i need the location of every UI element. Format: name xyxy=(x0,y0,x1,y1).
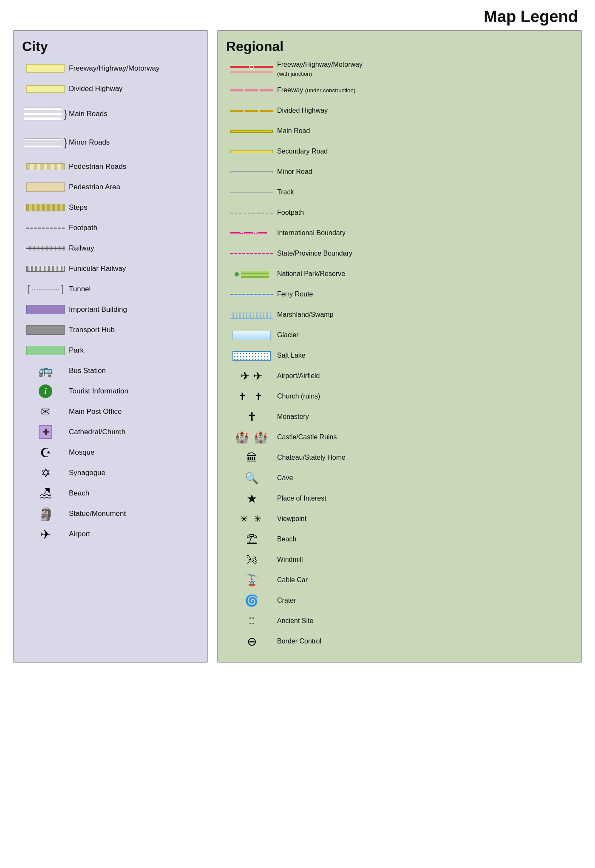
list-item: Track xyxy=(226,185,573,201)
symbol-airport-city: ✈ xyxy=(22,527,69,542)
label-synagogue: Synagogue xyxy=(69,469,105,477)
regional-heading: Regional xyxy=(226,39,573,54)
list-item: ⊖ Border Control xyxy=(226,634,573,650)
label-mosque: Mosque xyxy=(69,448,94,457)
label-airport-city: Airport xyxy=(69,530,90,538)
list-item: Pedestrian Area xyxy=(22,179,199,195)
symbol-beach-city: 🏖 xyxy=(22,486,69,501)
label-reg-main-road: Main Road xyxy=(277,127,310,136)
symbol-reg-freeway xyxy=(226,65,277,74)
list-item: Freeway/Highway/Motorway xyxy=(22,60,199,77)
symbol-reg-chateau: 🏛 xyxy=(226,451,277,464)
label-steps: Steps xyxy=(69,203,87,212)
mosque-icon: ☪ xyxy=(40,445,51,460)
symbol-reg-ancient: ⁚⁚ xyxy=(226,616,277,627)
list-item: Divided Highway xyxy=(22,81,199,97)
symbol-reg-secondary-road xyxy=(226,150,277,153)
label-reg-windmill: Windmill xyxy=(277,555,303,564)
label-reg-footpath: Footpath xyxy=(277,208,304,217)
list-item: 🚌 Bus Station xyxy=(22,363,199,379)
symbol-reg-minor-road xyxy=(226,171,277,173)
symbol-reg-castle: 🏰 🏰 xyxy=(226,431,277,444)
list-item: Secondary Road xyxy=(226,144,573,160)
reg-beach-icon: ⛱ xyxy=(246,533,257,546)
list-item: ★ Place of Interest xyxy=(226,491,573,507)
list-item: ✉ Main Post Office xyxy=(22,404,199,420)
label-railway: Railway xyxy=(69,244,94,253)
label-tunnel: Tunnel xyxy=(69,285,91,293)
label-park: Park xyxy=(69,346,84,355)
reg-airport-icon: ✈ ✈ xyxy=(241,370,262,383)
synagogue-icon: ✡ xyxy=(41,466,51,480)
list-item: [ ] Tunnel xyxy=(22,281,199,297)
symbol-tunnel: [ ] xyxy=(22,285,69,293)
reg-ancient-icon: ⁚⁚ xyxy=(249,616,255,627)
list-item: 🏰 🏰 Castle/Castle Ruins xyxy=(226,430,573,446)
label-reg-airport: Airport/Airfield xyxy=(277,372,320,381)
label-reg-natpark: National Park/Reserve xyxy=(277,270,345,279)
symbol-reg-monastery: ✝ xyxy=(226,410,277,424)
label-main-roads: Main Roads xyxy=(69,110,108,118)
label-reg-marshland: Marshland/Swamp xyxy=(277,310,334,319)
list-item: 🗿 Statue/Monument xyxy=(22,506,199,522)
label-reg-saltlake: Salt Lake xyxy=(277,351,306,360)
label-reg-freeway-uc: Freeway (under construction) xyxy=(277,86,355,95)
label-church: Cathedral/Church xyxy=(69,428,125,436)
list-item: National Park/Reserve xyxy=(226,266,573,282)
label-reg-minor-road: Minor Road xyxy=(277,168,312,176)
city-heading: City xyxy=(22,39,199,54)
list-item: } Main Roads xyxy=(22,101,199,127)
label-reg-glacier: Glacier xyxy=(277,331,299,340)
list-item: 🌀 Crater xyxy=(226,593,573,609)
list-item: International Boundary xyxy=(226,225,573,242)
symbol-reg-windmill: 🌬 xyxy=(226,553,277,566)
symbol-synagogue: ✡ xyxy=(22,466,69,480)
symbol-railway xyxy=(22,245,69,251)
label-reg-viewpoint: Viewpoint xyxy=(277,515,306,524)
label-reg-monastery: Monastery xyxy=(277,413,309,421)
list-item: Important Building xyxy=(22,302,199,318)
symbol-tourist-info: i xyxy=(22,384,69,398)
symbol-main-roads: } xyxy=(22,108,69,121)
symbol-reg-viewpoint: ✳ ✳ xyxy=(226,514,277,525)
symbol-mosque: ☪ xyxy=(22,445,69,460)
symbol-reg-poi: ★ xyxy=(226,492,277,506)
label-reg-beach: Beach xyxy=(277,535,296,544)
list-item: ⁚⁚ Ancient Site xyxy=(226,613,573,629)
statue-icon: 🗿 xyxy=(38,507,54,521)
label-reg-secondary-road: Secondary Road xyxy=(277,147,328,156)
list-item: Steps xyxy=(22,199,199,216)
symbol-reg-beach: ⛱ xyxy=(226,533,277,546)
list-item: Minor Road xyxy=(226,164,573,180)
symbol-ped-area xyxy=(22,182,69,192)
label-footpath-city: Footpath xyxy=(69,224,97,232)
symbol-transport-hub xyxy=(22,325,69,335)
symbol-reg-divhwy xyxy=(226,110,277,112)
symbol-reg-marshland xyxy=(226,311,277,319)
church-icon: ✚ xyxy=(39,425,52,439)
label-reg-border: Border Control xyxy=(277,637,321,646)
list-item: Freeway (under construction) xyxy=(226,83,573,99)
label-reg-intl-boundary: International Boundary xyxy=(277,229,346,238)
label-reg-chateau: Chateau/Stately Home xyxy=(277,453,346,462)
symbol-reg-freeway-uc xyxy=(226,89,277,91)
regional-panel: Regional Freeway/Highway/Motorway(with j… xyxy=(217,30,582,663)
list-item: Funicular Railway xyxy=(22,261,199,277)
list-item: ✝ Monastery xyxy=(226,409,573,425)
mail-icon: ✉ xyxy=(41,405,50,418)
symbol-reg-natpark xyxy=(226,271,277,278)
page-title: Map Legend xyxy=(0,0,595,30)
symbol-minor-roads: } xyxy=(22,136,69,149)
label-reg-ancient: Ancient Site xyxy=(277,617,313,626)
symbol-reg-ferry xyxy=(226,294,277,295)
symbol-ped-roads xyxy=(22,163,69,170)
airport-city-icon: ✈ xyxy=(40,527,51,542)
beach-icon: 🏖 xyxy=(39,486,52,501)
brace-icon: } xyxy=(64,136,68,149)
symbol-funicular xyxy=(22,266,69,272)
reg-church-icon: ✝ ✝ xyxy=(238,391,266,403)
label-minor-roads: Minor Roads xyxy=(69,138,110,147)
label-statue: Statue/Monument xyxy=(69,509,126,518)
label-freeway-city: Freeway/Highway/Motorway xyxy=(69,64,160,73)
reg-chateau-icon: 🏛 xyxy=(246,451,257,464)
